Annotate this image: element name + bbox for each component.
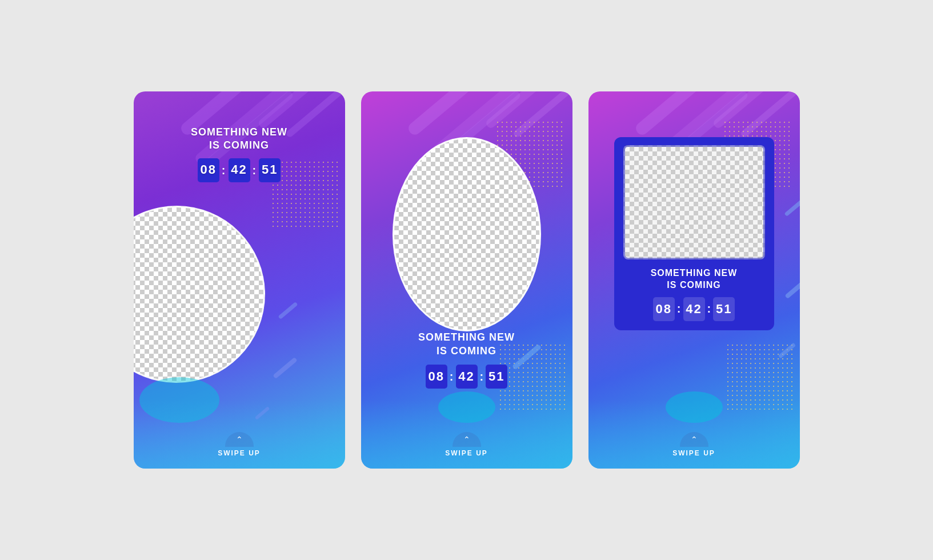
swipe-up-area[interactable]: ⌃ SWIPE UP (361, 432, 572, 457)
minutes-digit: 42 (229, 158, 250, 182)
hours-digit: 08 (653, 297, 675, 321)
swipe-up-label: SWIPE UP (218, 449, 261, 457)
minutes-digit: 42 (456, 365, 478, 389)
card-3: SOMETHING NEW IS COMING 08 : 42 : 51 ⌃ S… (588, 91, 800, 469)
accent-line-2 (784, 277, 800, 299)
minutes-digit: 42 (683, 297, 705, 321)
swipe-up-area[interactable]: ⌃ SWIPE UP (588, 432, 800, 457)
card-2-bottom: SOMETHING NEW IS COMING 08 : 42 : 51 (361, 331, 572, 389)
seconds-digit: 51 (713, 297, 735, 321)
hours-digit: 08 (426, 365, 447, 389)
colon-1: : (221, 163, 227, 178)
colon-1: : (676, 302, 682, 315)
card-1: SOMETHING NEW IS COMING 08 : 42 : 51 ⌃ (134, 91, 345, 469)
countdown: 08 : 42 : 51 (623, 297, 765, 321)
seconds-digit: 51 (486, 365, 507, 389)
swipe-up-icon: ⌃ (225, 432, 254, 447)
teal-blob (666, 391, 723, 423)
accent-line-2 (273, 357, 297, 379)
cards-container: SOMETHING NEW IS COMING 08 : 42 : 51 ⌃ (117, 74, 817, 486)
swipe-up-label: SWIPE UP (672, 449, 715, 457)
swipe-up-label: SWIPE UP (445, 449, 488, 457)
seconds-digit: 51 (259, 158, 281, 182)
swipe-up-area[interactable]: ⌃ SWIPE UP (134, 432, 345, 457)
colon-2: : (251, 163, 258, 178)
teal-blob (438, 391, 495, 423)
countdown: 08 : 42 : 51 (361, 365, 572, 389)
countdown: 08 : 42 : 51 (134, 158, 345, 182)
swipe-up-icon: ⌃ (453, 432, 481, 447)
oval-placeholder (393, 137, 541, 331)
card-2: SOMETHING NEW IS COMING 08 : 42 : 51 ⌃ S… (361, 91, 572, 469)
colon-2: : (479, 370, 485, 383)
swipe-up-icon: ⌃ (680, 432, 708, 447)
info-panel: SOMETHING NEW IS COMING 08 : 42 : 51 (614, 137, 774, 330)
panel-headline: SOMETHING NEW IS COMING (623, 267, 765, 291)
card-1-headline: SOMETHING NEW IS COMING 08 : 42 : 51 (134, 126, 345, 182)
chevron-icon: ⌃ (463, 435, 470, 443)
accent-line-1 (278, 302, 298, 319)
circle-placeholder (134, 206, 265, 383)
hours-digit: 08 (198, 158, 219, 182)
headline-text: SOMETHING NEW IS COMING (191, 126, 287, 151)
accent-line-1 (784, 199, 800, 217)
card-2-headline: SOMETHING NEW IS COMING (361, 331, 572, 358)
chevron-icon: ⌃ (691, 435, 698, 443)
chevron-icon: ⌃ (236, 435, 243, 443)
rect-placeholder (623, 145, 765, 259)
headline-text: SOMETHING NEW IS COMING (418, 331, 515, 356)
colon-2: : (706, 302, 712, 315)
colon-1: : (449, 370, 455, 383)
